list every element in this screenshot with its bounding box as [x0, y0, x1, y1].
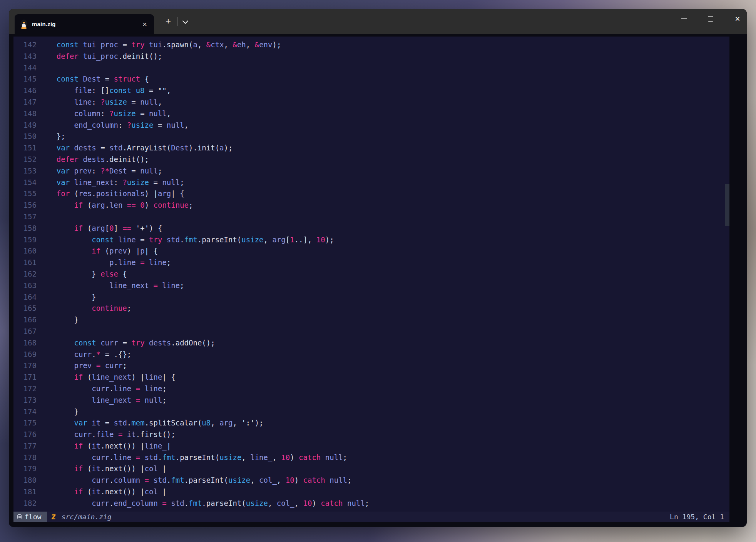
- code-text: const tui_proc = try tui.spawn(a, &ctx, …: [37, 39, 281, 51]
- line-number: 180: [13, 475, 37, 486]
- code-line: 160 if (prev) |p| {: [13, 245, 729, 257]
- code-text: [37, 62, 39, 74]
- maximize-button[interactable]: [702, 9, 719, 29]
- line-number: 175: [13, 417, 37, 429]
- tab-close-icon[interactable]: ×: [140, 20, 149, 28]
- line-number: 166: [13, 314, 37, 326]
- code-text: [37, 211, 39, 223]
- code-text: if (line_next) |line| {: [37, 372, 176, 383]
- line-number: 169: [13, 349, 37, 360]
- line-number: 172: [13, 383, 37, 395]
- code-text: line_next = null;: [37, 395, 167, 406]
- code-line: 180 curr.column = std.fmt.parseInt(usize…: [13, 475, 729, 486]
- line-number: 147: [13, 97, 37, 108]
- code-text: defer tui_proc.deinit();: [37, 51, 162, 62]
- code-text: }: [37, 292, 96, 303]
- line-number: 149: [13, 120, 37, 131]
- code-line: 174 }: [13, 406, 729, 418]
- line-number: 176: [13, 429, 37, 440]
- code-line: 182 curr.end_column = std.fmt.parseInt(u…: [13, 498, 729, 509]
- maximize-icon: [708, 16, 713, 22]
- code-line: 163 line_next = line;: [13, 280, 729, 292]
- code-line: 146 file: []const u8 = "",: [13, 85, 729, 97]
- chevron-down-icon[interactable]: [182, 18, 189, 24]
- code-text: defer dests.deinit();: [37, 154, 149, 165]
- code-line: 175 var it = std.mem.splitScalar(u8, arg…: [13, 417, 729, 429]
- terminal-window: main.zig × + × 142 const tui_proc = try …: [9, 9, 747, 527]
- line-number: 155: [13, 188, 37, 200]
- code-text: line_next = line;: [37, 280, 184, 292]
- code-text: curr.file = it.first();: [37, 429, 176, 440]
- code-line: 177 if (it.next()) |line_|: [13, 440, 729, 452]
- minimize-button[interactable]: [675, 9, 693, 29]
- line-number: 163: [13, 280, 37, 292]
- code-text: for (res.positionals) |arg| {: [37, 188, 184, 200]
- code-text: var it = std.mem.splitScalar(u8, arg, ':…: [37, 417, 264, 429]
- code-area[interactable]: 142 const tui_proc = try tui.spawn(a, &c…: [13, 37, 729, 512]
- scrollbar-thumb[interactable]: [725, 184, 729, 226]
- line-number: 142: [13, 39, 37, 51]
- mode-chip[interactable]: flow: [13, 512, 47, 522]
- line-number: 178: [13, 452, 37, 464]
- status-bar: flow Z src/main.zig Ln 195, Col 1: [13, 512, 729, 522]
- new-tab-button[interactable]: +: [162, 15, 174, 27]
- line-number: 164: [13, 292, 37, 303]
- code-text: };: [37, 131, 65, 142]
- code-line: 178 curr.line = std.fmt.parseInt(usize, …: [13, 452, 729, 464]
- code-text: curr.end_column = std.fmt.parseInt(usize…: [37, 498, 369, 509]
- code-text: continue;: [37, 303, 131, 314]
- line-number: 154: [13, 177, 37, 188]
- line-number: 177: [13, 440, 37, 452]
- app-name: flow: [25, 513, 41, 521]
- code-text: curr.line = line;: [37, 383, 167, 395]
- code-text: end_column: ?usize = null,: [37, 120, 189, 131]
- code-text: if (prev) |p| {: [37, 245, 158, 257]
- desktop: { "window": { "tab": { "title": "main.zi…: [0, 0, 756, 542]
- code-text: var line_next: ?usize = null;: [37, 177, 184, 188]
- code-line: 167: [13, 326, 729, 337]
- code-text: const Dest = struct {: [37, 73, 149, 85]
- code-line: 172 curr.line = line;: [13, 383, 729, 395]
- code-text: file: []const u8 = "",: [37, 85, 171, 97]
- file-path[interactable]: src/main.zig: [62, 513, 112, 521]
- close-button[interactable]: ×: [729, 9, 746, 29]
- line-number: 167: [13, 326, 37, 337]
- code-text: }: [37, 314, 79, 326]
- code-line: 161 p.line = line;: [13, 257, 729, 268]
- code-text: const curr = try dests.addOne();: [37, 337, 215, 349]
- code-line: 155 for (res.positionals) |arg| {: [13, 188, 729, 200]
- code-text: }: [37, 406, 79, 418]
- line-number: 161: [13, 257, 37, 268]
- line-number: 171: [13, 372, 37, 383]
- code-line: 166 }: [13, 314, 729, 326]
- tux-linux-icon: [20, 20, 28, 29]
- tab-main-zig[interactable]: main.zig ×: [15, 14, 154, 34]
- line-number: 143: [13, 51, 37, 62]
- code-text: if (it.next()) |col_|: [37, 486, 167, 498]
- code-line: 156 if (arg.len == 0) continue;: [13, 200, 729, 211]
- code-text: prev = curr;: [37, 360, 127, 372]
- line-number: 148: [13, 108, 37, 120]
- terminal-content[interactable]: 142 const tui_proc = try tui.spawn(a, &c…: [13, 37, 729, 522]
- code-line: 168 const curr = try dests.addOne();: [13, 337, 729, 349]
- code-line: 173 line_next = null;: [13, 395, 729, 406]
- line-number: 181: [13, 486, 37, 498]
- code-line: 151 var dests = std.ArrayList(Dest).init…: [13, 142, 729, 154]
- code-line: 142 const tui_proc = try tui.spawn(a, &c…: [13, 39, 729, 51]
- line-number: 153: [13, 165, 37, 177]
- code-text: if (it.next()) |line_|: [37, 440, 171, 452]
- line-number: 168: [13, 337, 37, 349]
- code-text: if (arg.len == 0) continue;: [37, 200, 193, 211]
- code-line: 165 continue;: [13, 303, 729, 314]
- code-line: 162 } else {: [13, 268, 729, 280]
- code-line: 158 if (arg[0] == '+') {: [13, 223, 729, 234]
- line-number: 152: [13, 154, 37, 165]
- code-line: 171 if (line_next) |line| {: [13, 372, 729, 383]
- code-line: 164 }: [13, 292, 729, 303]
- line-number: 145: [13, 73, 37, 85]
- code-line: 181 if (it.next()) |col_|: [13, 486, 729, 498]
- minimize-icon: [681, 18, 687, 19]
- line-number: 170: [13, 360, 37, 372]
- line-number: 162: [13, 268, 37, 280]
- line-number: 160: [13, 245, 37, 257]
